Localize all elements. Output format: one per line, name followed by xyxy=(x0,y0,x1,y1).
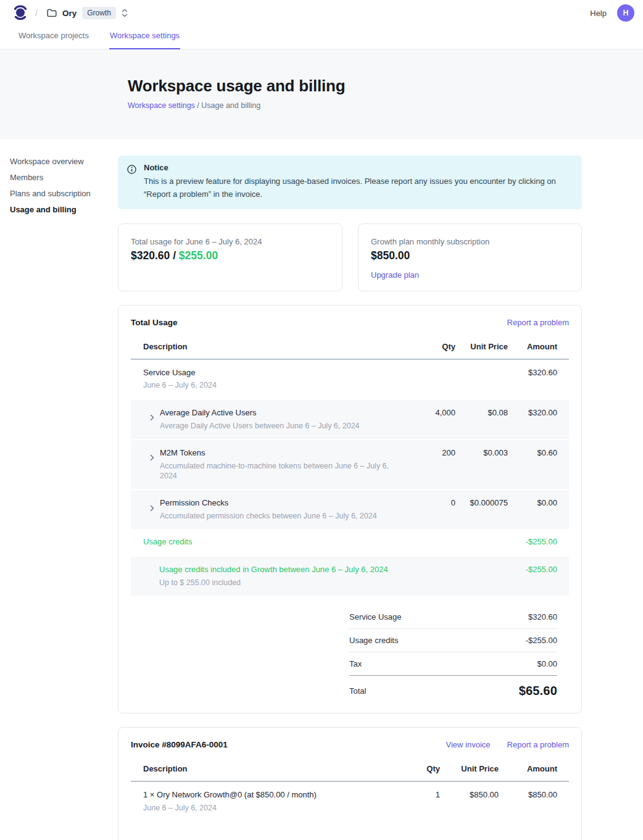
col-qty: Qty xyxy=(400,342,455,351)
invoice-table: Description Qty Unit Price Amount 1 × Or… xyxy=(131,759,569,840)
workspace-tabs: Workspace projects Workspace settings xyxy=(0,26,643,49)
table-row-service-usage: Service Usage June 6 – July 6, 2024 $320… xyxy=(131,360,569,399)
row-unit-price: $0.003 xyxy=(455,448,508,459)
total-value: $65.60 xyxy=(519,684,557,698)
table-row-m2m-tokens[interactable]: M2M Tokens Accumulated machine-to-machin… xyxy=(131,439,569,489)
page-header: Workspace usage and billing Workspace se… xyxy=(0,49,643,139)
sidebar-item-members[interactable]: Members xyxy=(10,173,43,181)
chevron-updown-icon xyxy=(122,9,128,17)
row-subtext: Accumulated machine-to-machine tokens be… xyxy=(160,461,400,481)
row-amount: $0.00 xyxy=(508,498,557,509)
row-name: 1 × Ory Network Growth@0 (at $850.00 / m… xyxy=(143,790,409,800)
row-qty: 0 xyxy=(400,498,455,509)
invoice-table-header: Description Qty Unit Price Amount xyxy=(131,759,569,782)
total-usage-card-amount: $320.60 / $255.00 xyxy=(131,249,330,262)
table-row-ory-network-growth: 1 × Ory Network Growth@0 (at $850.00 / m… xyxy=(131,782,569,821)
plan-card-amount: $850.00 xyxy=(371,249,569,262)
chevron-right-icon[interactable] xyxy=(150,448,154,468)
total-usage-card: Total usage for June 6 – July 6, 2024 $3… xyxy=(118,223,342,291)
row-name: Usage credits xyxy=(143,537,400,547)
usage-table-header: Description Qty Unit Price Amount xyxy=(131,336,569,360)
folder-icon xyxy=(47,9,57,17)
summary-row-usage-credits: Usage credits -$255.00 xyxy=(349,629,557,652)
invoice-panel: Invoice #8099AFA6-0001 View invoice Repo… xyxy=(118,727,582,840)
view-invoice-link[interactable]: View invoice xyxy=(446,740,491,749)
breadcrumb-workspace-settings-link[interactable]: Workspace settings xyxy=(128,101,195,110)
summary-label: Service Usage xyxy=(349,612,402,622)
main-content: Notice This is a preview feature for dis… xyxy=(118,139,582,840)
col-unit-price: Unit Price xyxy=(455,342,508,351)
summary-label: Usage credits xyxy=(349,636,398,645)
summary-row-growth: 1 × Ory Network Growth@0 (at $850.00 / m… xyxy=(349,831,557,840)
breadcrumb-separator: / xyxy=(35,8,38,18)
page-title: Workspace usage and billing xyxy=(128,77,643,96)
report-a-problem-link[interactable]: Report a problem xyxy=(507,740,569,749)
row-subtext: June 6 – July 6, 2024 xyxy=(143,380,400,390)
summary-label: Tax xyxy=(349,659,362,668)
row-name: Usage credits included in Growth between… xyxy=(159,565,400,575)
usage-total-row: Total $65.60 xyxy=(349,676,557,699)
preview-notice: Notice This is a preview feature for dis… xyxy=(118,156,582,209)
tab-workspace-settings[interactable]: Workspace settings xyxy=(109,31,180,49)
row-unit-price: $850.00 xyxy=(440,790,499,800)
col-unit-price: Unit Price xyxy=(440,764,499,773)
top-bar: / Ory Growth Help H xyxy=(0,0,643,26)
tab-workspace-projects[interactable]: Workspace projects xyxy=(18,31,89,49)
help-link[interactable]: Help xyxy=(590,9,607,18)
invoice-panel-title: Invoice #8099AFA6-0001 xyxy=(131,740,228,749)
usage-amount-separator: / xyxy=(170,249,179,262)
workspace-switcher[interactable]: Ory Growth xyxy=(44,6,130,20)
workspace-name: Ory xyxy=(62,9,77,18)
row-name: Service Usage xyxy=(143,368,400,378)
row-qty: 4,000 xyxy=(400,408,455,418)
breadcrumb: Workspace settings / Usage and billing xyxy=(128,101,643,110)
breadcrumb-current: / Usage and billing xyxy=(195,101,260,110)
plan-subscription-card: Growth plan monthly subscription $850.00… xyxy=(358,223,582,291)
total-usage-card-label: Total usage for June 6 – July 6, 2024 xyxy=(131,237,330,246)
summary-value: $850.00 xyxy=(528,838,557,840)
table-row-average-daily-active-users[interactable]: Average Daily Active Users Average Daily… xyxy=(131,399,569,439)
report-a-problem-link[interactable]: Report a problem xyxy=(507,318,569,327)
settings-sidebar: Workspace overview Members Plans and sub… xyxy=(0,139,118,222)
row-amount: $0.60 xyxy=(508,448,557,459)
row-amount: $320.00 xyxy=(508,408,557,418)
row-amount: -$255.00 xyxy=(508,565,557,575)
sidebar-item-workspace-overview[interactable]: Workspace overview xyxy=(10,157,84,165)
col-description: Description xyxy=(143,342,400,351)
usage-table: Description Qty Unit Price Amount Servic… xyxy=(131,336,569,700)
plan-badge: Growth xyxy=(82,7,116,19)
usage-amount-used: $320.60 xyxy=(131,249,170,262)
row-subtext: Average Daily Active Users between June … xyxy=(160,421,360,431)
row-name: Permission Checks xyxy=(160,498,377,509)
sidebar-item-plans-and-subscription[interactable]: Plans and subscription xyxy=(10,189,91,198)
col-amount: Amount xyxy=(499,764,557,773)
row-amount: $320.60 xyxy=(508,368,557,378)
plan-card-label: Growth plan monthly subscription xyxy=(371,237,569,246)
usage-summary: Service Usage $320.60 Usage credits -$25… xyxy=(349,605,557,699)
sidebar-item-usage-and-billing[interactable]: Usage and billing xyxy=(10,206,77,214)
row-amount: -$255.00 xyxy=(508,537,557,547)
row-unit-price: $0.000075 xyxy=(455,498,508,509)
avatar[interactable]: H xyxy=(617,4,634,22)
table-row-permission-checks[interactable]: Permission Checks Accumulated permission… xyxy=(131,489,569,529)
invoice-summary: 1 × Ory Network Growth@0 (at $850.00 / m… xyxy=(349,831,557,840)
notice-title: Notice xyxy=(144,163,570,172)
table-row-usage-credits-included: Usage credits included in Growth between… xyxy=(131,555,569,596)
col-description: Description xyxy=(143,764,409,773)
total-usage-panel-title: Total Usage xyxy=(131,318,178,327)
summary-value: -$255.00 xyxy=(526,636,557,645)
chevron-right-icon[interactable] xyxy=(150,408,154,428)
table-row-usage-credits: Usage credits -$255.00 xyxy=(131,529,569,555)
summary-value: $320.60 xyxy=(528,612,557,622)
row-amount: $850.00 xyxy=(499,790,557,800)
upgrade-plan-link[interactable]: Upgrade plan xyxy=(371,270,419,280)
col-amount: Amount xyxy=(508,342,557,351)
ory-logo-icon xyxy=(12,4,28,22)
chevron-right-icon[interactable] xyxy=(150,498,154,518)
usage-amount-credits: $255.00 xyxy=(179,249,218,262)
row-subtext: June 6 – July 6, 2024 xyxy=(143,803,409,813)
col-qty: Qty xyxy=(409,764,440,773)
row-name: Average Daily Active Users xyxy=(160,408,360,418)
summary-value: $0.00 xyxy=(537,659,557,668)
row-name: M2M Tokens xyxy=(160,448,400,459)
